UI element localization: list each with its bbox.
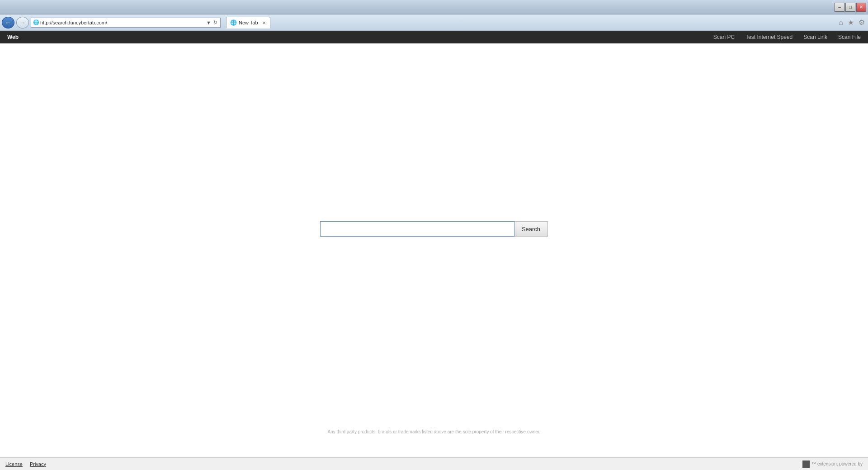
tab-new-tab[interactable]: 🌐 New Tab ✕ (226, 17, 270, 28)
address-input[interactable] (40, 20, 204, 25)
scan-link-link[interactable]: Scan Link (803, 34, 827, 40)
extension-icon (802, 461, 810, 468)
window-chrome: – □ ✕ ← → 🌐 ▼ ↻ 🌐 New Tab ✕ ⌂ ★ ⚙ (0, 0, 868, 43)
ie-toolbar: Web Scan PC Test Internet Speed Scan Lin… (0, 31, 868, 43)
tab-favicon: 🌐 (230, 19, 237, 26)
forward-button[interactable]: → (16, 17, 29, 28)
address-bar: 🌐 ▼ ↻ (31, 18, 221, 28)
close-button[interactable]: ✕ (856, 3, 866, 12)
toolbar-right-buttons: ⌂ ★ ⚙ (837, 17, 866, 28)
tabs-area: 🌐 New Tab ✕ (226, 17, 832, 28)
tab-close-button[interactable]: ✕ (262, 20, 266, 25)
back-button[interactable]: ← (2, 17, 14, 28)
footer: License Privacy ™ extension, powered by (0, 457, 868, 470)
refresh-button[interactable]: ↻ (212, 19, 218, 25)
footer-links: License Privacy (5, 461, 46, 467)
home-button[interactable]: ⌂ (837, 18, 844, 28)
disclaimer-text: Any third party products, brands or trad… (0, 429, 868, 434)
scan-file-link[interactable]: Scan File (838, 34, 861, 40)
footer-right: ™ extension, powered by (802, 461, 863, 468)
settings-button[interactable]: ⚙ (857, 17, 866, 28)
search-container: Search (320, 221, 548, 237)
maximize-button[interactable]: □ (845, 3, 855, 12)
scan-pc-link[interactable]: Scan PC (713, 34, 735, 40)
minimize-button[interactable]: – (835, 3, 844, 12)
extension-text: ™ extension, powered by (811, 461, 863, 466)
web-label: Web (7, 34, 19, 40)
window-controls: – □ ✕ (835, 3, 866, 12)
main-content: Search Any third party products, brands … (0, 43, 868, 451)
search-dropdown-button[interactable]: ▼ (205, 19, 212, 25)
test-internet-speed-link[interactable]: Test Internet Speed (745, 34, 793, 40)
license-link[interactable]: License (5, 461, 23, 467)
title-bar: – □ ✕ (0, 0, 868, 14)
tab-label: New Tab (239, 20, 258, 25)
tab-address-bar: ← → 🌐 ▼ ↻ 🌐 New Tab ✕ ⌂ ★ ⚙ (0, 14, 868, 31)
search-input[interactable] (320, 221, 514, 237)
favorites-button[interactable]: ★ (846, 17, 855, 28)
privacy-link[interactable]: Privacy (30, 461, 46, 467)
address-icon: 🌐 (33, 19, 39, 25)
search-button[interactable]: Search (514, 221, 548, 237)
address-buttons: ▼ ↻ (205, 19, 218, 25)
